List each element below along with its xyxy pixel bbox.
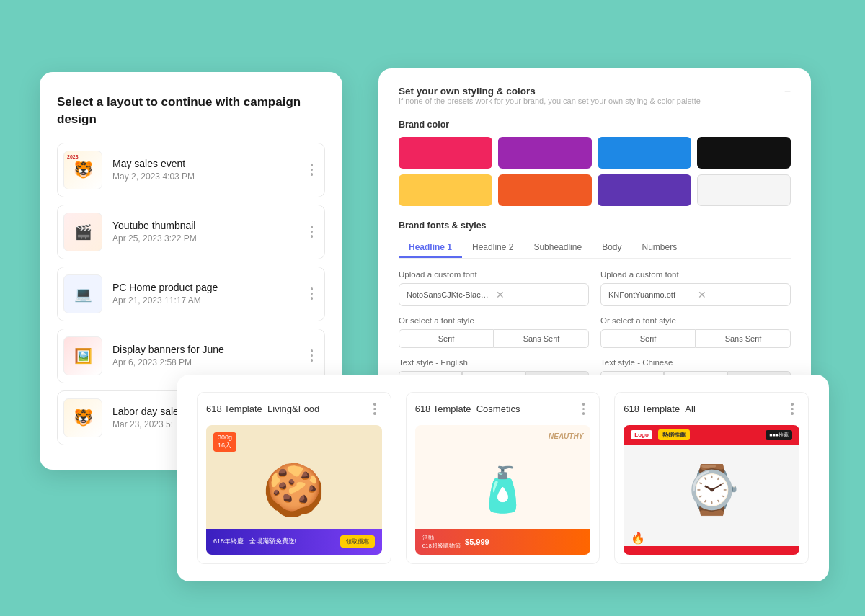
text-style-english-label: Text style - English: [399, 358, 589, 367]
template-card-2-header: 618 Template_Cosmetics: [407, 393, 600, 425]
template-2-thumb: NEAUTHY 活動618超級購物節 $5,999: [415, 425, 591, 555]
text-style-chinese-label: Text style - Chinese: [600, 358, 791, 367]
tab-headline2[interactable]: Headline 2: [462, 238, 523, 258]
collapse-button[interactable]: −: [784, 86, 791, 97]
campaign-thumb-2: [63, 213, 102, 251]
campaign-more-button-1[interactable]: [305, 161, 319, 179]
template-card-1-header: 618 Template_Living&Food: [198, 393, 391, 425]
campaign-info-4: Display banners for JuneApr 6, 2023 2:58…: [112, 344, 305, 367]
sans-serif-button-english[interactable]: Sans Serif: [494, 329, 589, 348]
template-card-3-header: 618 Template_All: [615, 393, 808, 425]
campaign-name-3: PC Home product page: [112, 282, 305, 293]
fire-icon: 🔥: [631, 531, 645, 545]
font-style-chinese: Serif Sans Serif: [600, 329, 791, 348]
template-2-bar: 活動618超級購物節 $5,999: [415, 529, 591, 555]
template-3-preview: Logo 熱銷推薦 ■■■推薦 🔥: [624, 425, 799, 555]
dot-icon: [373, 408, 376, 411]
dot-icon: [791, 403, 794, 406]
template-1-bar-text: 618年終慶 全場滿額免費送!: [213, 537, 296, 546]
template-card-1[interactable]: 618 Template_Living&Food 300g16入 618年終慶 …: [197, 392, 391, 564]
dot-icon: [311, 173, 314, 176]
template-2-preview: NEAUTHY 活動618超級購物節 $5,999: [415, 425, 591, 555]
template-3-name: 618 Template_All: [624, 403, 696, 414]
template-1-more-button[interactable]: [368, 400, 382, 418]
campaign-item-3[interactable]: PC Home product pageApr 21, 2023 11:17 A…: [57, 267, 325, 321]
color-swatch-7[interactable]: [598, 174, 691, 206]
campaign-info-3: PC Home product pageApr 21, 2023 11:17 A…: [112, 282, 305, 305]
campaign-more-button-4[interactable]: [305, 347, 319, 365]
template-3-more-button[interactable]: [785, 400, 799, 418]
template-1-preview: 300g16入 618年終慶 全場滿額免費送! 領取優惠: [206, 425, 382, 555]
template-3-thumb: Logo 熱銷推薦 ■■■推薦 🔥: [624, 425, 799, 555]
tab-headline1[interactable]: Headline 1: [399, 238, 462, 258]
template-card-2[interactable]: 618 Template_Cosmetics NEAUTHY 活動618超級購物…: [406, 392, 600, 564]
dot-icon: [582, 403, 585, 406]
dot-icon: [311, 231, 314, 233]
serif-button-chinese[interactable]: Serif: [600, 329, 696, 348]
dot-icon: [311, 287, 314, 290]
panel-title: Select a layout to continue with campaig…: [57, 94, 325, 128]
sans-serif-button-chinese[interactable]: Sans Serif: [696, 329, 791, 348]
template-3-bottom-bar: [624, 546, 799, 555]
dot-icon: [311, 293, 314, 295]
tab-body[interactable]: Body: [592, 238, 631, 258]
styling-panel: Set your own styling & colors If none of…: [378, 68, 811, 407]
color-swatch-1[interactable]: [399, 137, 492, 169]
campaign-item-1[interactable]: May sales eventMay 2, 2023 4:03 PM: [57, 143, 325, 197]
template-2-brand: NEAUTHY: [549, 432, 583, 440]
campaign-name-1: May sales event: [112, 158, 305, 169]
template-1-bar-button: 領取優惠: [340, 535, 375, 548]
template-1-thumb: 300g16入 618年終慶 全場滿額免費送! 領取優惠: [206, 425, 382, 555]
select-font-english-label: Or select a font style: [399, 316, 589, 325]
dot-icon: [311, 169, 314, 171]
color-swatch-3[interactable]: [598, 137, 691, 169]
template-card-3[interactable]: 618 Template_All Logo 熱銷推薦 ■■■推薦 🔥: [614, 392, 809, 564]
templates-panel: 618 Template_Living&Food 300g16入 618年終慶 …: [177, 375, 829, 581]
dot-icon: [311, 297, 314, 300]
color-swatch-6[interactable]: [498, 174, 592, 206]
campaign-thumb-5: [63, 398, 102, 437]
campaign-more-button-2[interactable]: [305, 223, 319, 241]
clear-chinese-font-button[interactable]: ✕: [698, 289, 783, 300]
color-swatch-8[interactable]: [697, 174, 791, 206]
template-3-tag: 熱銷推薦: [658, 429, 690, 440]
dot-icon: [311, 226, 314, 228]
campaign-date-3: Apr 21, 2023 11:17 AM: [112, 295, 305, 305]
template-2-more-button[interactable]: [577, 400, 591, 418]
chinese-font-input[interactable]: KNFontYuanmo.otf ✕: [600, 283, 791, 306]
color-swatch-4[interactable]: [697, 137, 791, 169]
english-font-value: NotoSansCJKtc-Black.otf: [407, 290, 492, 299]
color-swatch-5[interactable]: [399, 174, 492, 206]
upload-chinese-label: Upload a custom font: [600, 270, 791, 279]
clear-english-font-button[interactable]: ✕: [496, 289, 581, 300]
template-3-logo: Logo: [631, 430, 652, 439]
campaign-item-2[interactable]: Youtube thumbnailApr 25, 2023 3:22 PM: [57, 205, 325, 259]
dot-icon: [373, 403, 376, 406]
dot-icon: [791, 412, 794, 415]
template-grid: 618 Template_Living&Food 300g16入 618年終慶 …: [197, 392, 809, 564]
brand-color-grid: [399, 137, 791, 206]
campaign-thumb-3: [63, 274, 102, 313]
template-1-name: 618 Template_Living&Food: [206, 403, 319, 414]
dot-icon: [311, 354, 314, 357]
serif-button-english[interactable]: Serif: [399, 329, 494, 348]
campaign-more-button-3[interactable]: [305, 285, 319, 303]
campaign-name-4: Display banners for June: [112, 344, 305, 355]
template-1-badge: 300g16入: [213, 432, 236, 452]
campaign-date-4: Apr 6, 2023 2:58 PM: [112, 357, 305, 367]
tab-subheadline[interactable]: Subheadline: [523, 238, 592, 258]
template-2-bar-label: 活動618超級購物節: [422, 534, 461, 550]
select-font-chinese-label: Or select a font style: [600, 316, 791, 325]
template-3-btn: ■■■推薦: [766, 430, 792, 440]
dot-icon: [311, 235, 314, 238]
font-tab-bar: Headline 1 Headline 2 Subheadline Body N…: [399, 238, 791, 259]
template-3-header-bar: Logo 熱銷推薦 ■■■推薦: [624, 425, 799, 445]
tab-numbers[interactable]: Numbers: [632, 238, 688, 258]
campaign-info-1: May sales eventMay 2, 2023 4:03 PM: [112, 158, 305, 182]
english-font-input[interactable]: NotoSansCJKtc-Black.otf ✕: [399, 283, 589, 306]
font-style-english: Serif Sans Serif: [399, 329, 589, 348]
dot-icon: [311, 359, 314, 362]
color-swatch-2[interactable]: [498, 137, 592, 169]
campaign-name-2: Youtube thumbnail: [112, 220, 305, 231]
upload-english-label: Upload a custom font: [399, 270, 589, 279]
